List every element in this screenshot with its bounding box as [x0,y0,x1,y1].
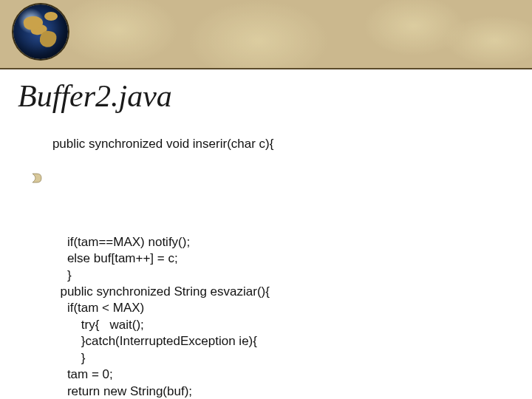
code-line: } [53,268,72,282]
slide-title: Buffer2.java [18,78,532,114]
code-line: if(tam < MAX) [53,301,144,315]
code-line: try{ wait(); [53,318,144,332]
code-block: public synchronized void inserir(char c)… [53,120,532,399]
code-line: if(tam==MAX) notify(); [53,235,190,249]
code-line: tam = 0; [53,367,113,381]
globe-icon [13,4,68,59]
code-line: return new String(buf); [53,384,192,398]
code-line: } [53,351,85,365]
code-line: else buf[tam++] = c; [53,251,178,265]
bullet-icon [31,139,45,217]
header-banner [0,0,532,69]
code-line: public synchronized void inserir(char c)… [52,136,274,152]
code-line: }catch(InterruptedException ie){ [53,334,257,348]
code-line: public synchronized String esvaziar(){ [53,284,270,299]
